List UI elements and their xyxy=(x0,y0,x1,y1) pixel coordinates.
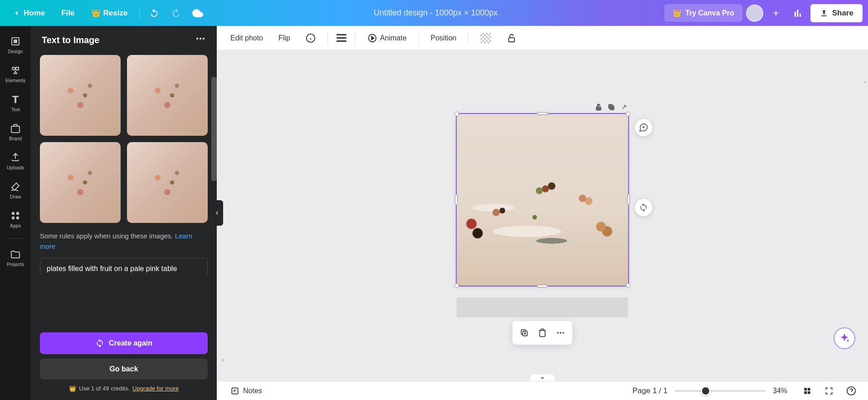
more-horizontal-icon xyxy=(195,33,206,44)
page-unlock-button[interactable] xyxy=(595,103,603,113)
copy-icon xyxy=(520,328,529,337)
more-button[interactable] xyxy=(552,325,569,341)
try-canva-pro-button[interactable]: 👑 Try Canva Pro xyxy=(664,4,742,22)
generated-image-3[interactable] xyxy=(40,142,121,223)
resize-handle-t[interactable] xyxy=(537,112,548,115)
plus-icon xyxy=(771,9,780,18)
transparency-button[interactable] xyxy=(474,29,497,47)
notes-button[interactable]: Notes xyxy=(226,384,267,398)
scroll-up-arrow[interactable] xyxy=(863,78,867,83)
list-format-button[interactable] xyxy=(333,30,350,46)
animate-icon xyxy=(367,33,377,43)
sidebar-item-label: Design xyxy=(8,49,23,54)
next-page-placeholder[interactable] xyxy=(457,297,628,317)
edit-photo-button[interactable]: Edit photo xyxy=(224,30,269,46)
info-button[interactable] xyxy=(299,30,322,47)
svg-rect-8 xyxy=(16,217,19,219)
crown-icon: 👑 xyxy=(673,9,682,17)
help-icon xyxy=(846,386,856,396)
delete-button[interactable] xyxy=(534,325,551,341)
panel-menu-button[interactable] xyxy=(195,33,206,47)
go-back-button[interactable]: Go back xyxy=(40,359,208,380)
top-bar: Home File 👑 Resize Untitled design - 100… xyxy=(0,0,868,26)
page-duplicate-button[interactable] xyxy=(607,103,615,113)
prompt-input[interactable] xyxy=(40,258,208,275)
panel-scrollbar[interactable] xyxy=(211,77,217,181)
resize-handle-tr[interactable] xyxy=(626,112,630,116)
sidebar-item-label: Draw xyxy=(10,194,21,199)
cloud-check-icon xyxy=(192,8,203,19)
design-title[interactable]: Untitled design - 1000px × 1000px xyxy=(210,8,661,18)
svg-point-24 xyxy=(557,332,559,333)
resize-handle-br[interactable] xyxy=(626,283,630,288)
magic-button[interactable] xyxy=(834,327,855,349)
external-icon xyxy=(620,103,628,111)
sidebar-item-label: Text xyxy=(11,107,20,112)
duplicate-button[interactable] xyxy=(516,325,532,341)
zoom-value[interactable]: 34% xyxy=(773,387,793,395)
svg-point-10 xyxy=(200,38,201,40)
help-button[interactable] xyxy=(844,383,859,399)
page-controls xyxy=(595,103,628,113)
resize-handle-tl[interactable] xyxy=(454,112,459,116)
grid-view-button[interactable] xyxy=(800,384,814,398)
panel-collapse-button[interactable] xyxy=(210,200,223,226)
credits-text: 👑 Use 1 of 49 credits. Upgrade for more xyxy=(40,385,208,392)
lock-icon xyxy=(507,33,517,43)
resize-button[interactable]: 👑 Resize xyxy=(85,4,134,22)
generated-image-1[interactable] xyxy=(40,55,121,136)
create-again-button[interactable]: Create again xyxy=(40,332,208,354)
duplicate-icon xyxy=(607,103,615,111)
regenerate-button[interactable] xyxy=(634,198,653,217)
sidebar-item-apps[interactable]: Apps xyxy=(2,206,29,233)
zoom-slider[interactable] xyxy=(675,390,766,392)
flip-button[interactable]: Flip xyxy=(272,30,297,46)
sidebar-item-elements[interactable]: Elements xyxy=(2,60,29,88)
resize-handle-b[interactable] xyxy=(537,285,548,287)
home-button[interactable]: Home xyxy=(5,4,51,22)
lock-button[interactable] xyxy=(500,30,523,47)
add-member-button[interactable] xyxy=(767,4,785,22)
resize-handle-bl[interactable] xyxy=(454,283,459,288)
undo-icon xyxy=(149,8,159,18)
redo-button[interactable] xyxy=(167,4,185,22)
sidebar-item-draw[interactable]: Draw xyxy=(2,177,29,204)
fullscreen-button[interactable] xyxy=(822,384,836,398)
expand-pages-button[interactable] xyxy=(530,374,555,381)
add-comment-button[interactable] xyxy=(634,119,653,137)
crown-icon: 👑 xyxy=(69,385,76,392)
sidebar-item-text[interactable]: Text xyxy=(2,89,29,117)
position-button[interactable]: Position xyxy=(424,30,463,46)
sidebar-item-brand[interactable]: Brand xyxy=(2,119,29,146)
sidebar-item-label: Brand xyxy=(9,136,22,141)
canvas-page[interactable] xyxy=(457,114,628,286)
file-button[interactable]: File xyxy=(55,4,81,22)
resize-handle-l[interactable] xyxy=(455,194,458,205)
sidebar-item-label: Apps xyxy=(10,223,21,228)
resize-handle-r[interactable] xyxy=(627,194,630,205)
share-button[interactable]: Share xyxy=(810,4,863,22)
svg-point-25 xyxy=(560,332,561,333)
panel-title: Text to Image xyxy=(42,35,99,45)
info-icon xyxy=(306,33,316,43)
sidebar-item-projects[interactable]: Projects xyxy=(2,244,29,272)
generated-image-4[interactable] xyxy=(127,142,208,223)
divider xyxy=(468,32,468,44)
more-horizontal-icon xyxy=(556,328,565,337)
undo-button[interactable] xyxy=(145,4,163,22)
animate-button[interactable]: Animate xyxy=(361,30,413,47)
svg-rect-16 xyxy=(509,38,515,42)
chevron-up-icon xyxy=(863,79,867,84)
text-icon xyxy=(10,94,21,105)
generated-image-2[interactable] xyxy=(127,55,208,136)
scroll-left-arrow[interactable] xyxy=(219,356,225,361)
upgrade-link[interactable]: Upgrade for more xyxy=(132,385,179,392)
cloud-sync-button[interactable] xyxy=(189,4,207,22)
insights-button[interactable] xyxy=(789,4,807,22)
sidebar-item-uploads[interactable]: Uploads xyxy=(2,148,29,175)
canvas-viewport[interactable] xyxy=(217,50,868,381)
avatar[interactable] xyxy=(746,5,763,22)
sidebar-item-design[interactable]: Design xyxy=(2,31,29,59)
apps-icon xyxy=(10,210,21,221)
svg-point-11 xyxy=(203,38,205,40)
